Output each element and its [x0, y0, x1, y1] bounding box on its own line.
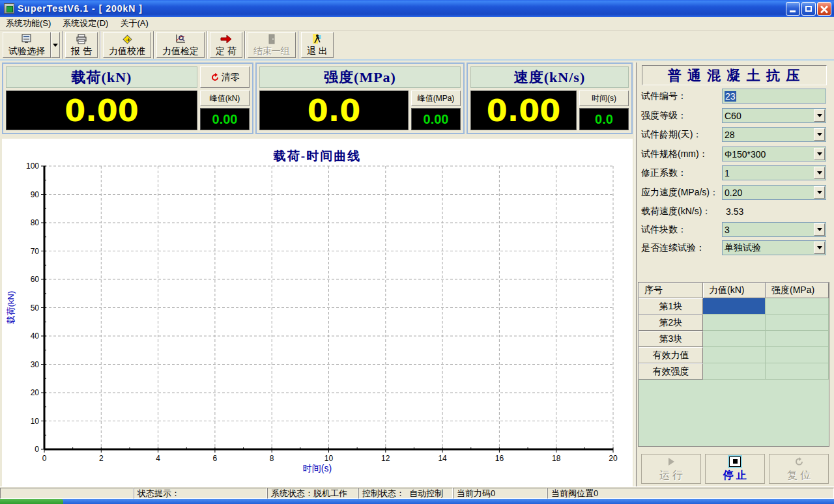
strength-display-panel: 强度(MPa) 0.0 峰值(MPa) 0.00 — [255, 63, 465, 134]
exit-button[interactable]: 退 出 — [301, 32, 334, 58]
svg-text:4: 4 — [156, 454, 160, 463]
test-parameters-panel: 普 通 混 凝 土 抗 压 试件编号： 23 强度等级： C60 试件龄期(天)… — [637, 63, 834, 486]
speed-value-display: 0.00 — [470, 91, 577, 130]
continuous-test-value: 单独试验 — [725, 242, 761, 254]
svg-text:60: 60 — [31, 275, 40, 284]
svg-text:30: 30 — [31, 360, 40, 369]
dropdown-arrow-icon[interactable] — [814, 128, 825, 141]
reset-button[interactable]: 复 位 — [769, 454, 829, 484]
strength-display-title: 强度(MPa) — [259, 66, 461, 88]
panel-divider — [635, 63, 637, 486]
table-row: 有效力值 — [639, 347, 829, 363]
specimen-id-input[interactable]: 23 — [722, 89, 826, 104]
row-label: 有效力值 — [639, 347, 703, 363]
test-select-label: 试验选择 — [8, 46, 45, 57]
strength-grade-select[interactable]: C60 — [722, 108, 826, 123]
force-calibration-button[interactable]: 力值校准 — [103, 32, 151, 58]
svg-text:10: 10 — [31, 417, 40, 426]
specimen-age-select[interactable]: 28 — [722, 127, 826, 142]
strength-peak-label: 峰值(MPa) — [411, 91, 461, 106]
close-button[interactable] — [817, 2, 831, 16]
dropdown-arrow-icon[interactable] — [814, 223, 825, 236]
menu-about[interactable]: 关于(A) — [114, 16, 154, 31]
strength-value-display: 0.0 — [259, 91, 409, 130]
specimen-count-value: 3 — [725, 225, 730, 235]
row-label: 第1块 — [639, 298, 703, 315]
continuous-test-select[interactable]: 单独试验 — [722, 240, 826, 255]
minimize-button[interactable] — [786, 2, 800, 16]
stop-button[interactable]: 停 止 — [705, 454, 765, 484]
force-cell[interactable] — [703, 347, 766, 363]
force-calibration-label: 力值校准 — [109, 46, 145, 57]
correction-factor-label: 修正系数： — [641, 167, 687, 179]
windows-taskbar[interactable] — [0, 499, 834, 504]
table-row: 第2块 — [639, 315, 829, 331]
dropdown-arrow-icon[interactable] — [814, 242, 825, 254]
row-label: 第3块 — [639, 331, 703, 347]
force-cell[interactable] — [703, 331, 766, 347]
force-cell-selected[interactable] — [703, 298, 766, 315]
svg-text:2: 2 — [99, 454, 104, 463]
dropdown-arrow-icon[interactable] — [814, 167, 825, 179]
start-button[interactable] — [0, 499, 63, 504]
dropdown-arrow-icon[interactable] — [814, 186, 825, 199]
maximize-button[interactable] — [801, 2, 816, 16]
strength-cell[interactable] — [766, 347, 829, 363]
stop-icon — [729, 456, 741, 468]
force-cell[interactable] — [703, 363, 766, 380]
clear-zero-icon — [210, 73, 220, 82]
strength-cell[interactable] — [766, 331, 829, 347]
clear-zero-label: 清零 — [222, 72, 240, 83]
run-icon — [669, 456, 674, 468]
specimen-size-select[interactable]: Φ150*300 — [722, 147, 826, 161]
end-group-label: 结束一组 — [253, 46, 290, 57]
toolbar: 试验选择 报 告 力值校准 力值检定 定 荷 结束一组 — [0, 31, 834, 61]
menu-system-functions[interactable]: 系统功能(S) — [0, 16, 57, 31]
current-valve-position: 当前阀位置0 — [547, 488, 834, 499]
stress-rate-select[interactable]: 0.20 — [722, 185, 826, 200]
run-button[interactable]: 运 行 — [641, 454, 701, 484]
svg-text:40: 40 — [31, 331, 40, 341]
chart-x-axis-label: 时间(s) — [2, 463, 633, 475]
test-select-button[interactable]: 试验选择 — [3, 32, 51, 58]
svg-text:80: 80 — [31, 218, 40, 227]
svg-text:16: 16 — [495, 454, 504, 463]
strength-cell[interactable] — [766, 315, 829, 331]
toolbar-separator — [100, 31, 101, 59]
clear-zero-button[interactable]: 清零 — [200, 66, 250, 88]
current-force-code: 当前力码0 — [453, 488, 547, 499]
constant-load-button[interactable]: 定 荷 — [210, 32, 242, 58]
dropdown-arrow-icon[interactable] — [814, 148, 825, 160]
force-cell[interactable] — [703, 315, 766, 331]
calibration-diamond-icon — [121, 33, 133, 45]
end-group-button[interactable]: 结束一组 — [248, 32, 296, 58]
menu-system-settings[interactable]: 系统设定(D) — [57, 16, 114, 31]
strength-cell[interactable] — [766, 363, 829, 380]
test-type-title: 普 通 混 凝 土 抗 压 — [642, 65, 827, 85]
toolbar-separator — [153, 31, 154, 59]
speed-display-panel: 速度(kN/s) 0.00 时间(s) 0.0 — [467, 63, 633, 134]
strength-peak-value: 0.00 — [411, 108, 461, 130]
svg-text:0: 0 — [42, 454, 47, 463]
time-label: 时间(s) — [579, 91, 629, 106]
status-segment-empty — [0, 488, 134, 499]
table-header-force: 力值(kN) — [703, 283, 766, 298]
reset-icon — [794, 456, 804, 468]
app-icon — [4, 3, 14, 14]
table-header-index: 序号 — [639, 283, 703, 298]
correction-factor-select[interactable]: 1 — [722, 165, 826, 180]
strength-cell[interactable] — [766, 298, 829, 315]
exit-person-icon — [312, 33, 323, 45]
chevron-down-icon — [53, 44, 58, 47]
report-label: 报 告 — [71, 46, 92, 57]
dropdown-arrow-icon[interactable] — [814, 109, 825, 122]
force-verification-button[interactable]: 力值检定 — [156, 32, 205, 58]
table-row: 有效强度 — [639, 363, 829, 380]
report-button[interactable]: 报 告 — [65, 32, 98, 58]
specimen-size-value: Φ150*300 — [725, 149, 766, 160]
specimen-count-select[interactable]: 3 — [722, 222, 826, 237]
load-peak-label: 峰值(kN) — [200, 91, 250, 106]
test-select-dropdown-button[interactable] — [51, 32, 60, 58]
load-rate-label: 载荷速度(kN/s)： — [641, 206, 711, 217]
test-select-icon — [21, 33, 33, 45]
